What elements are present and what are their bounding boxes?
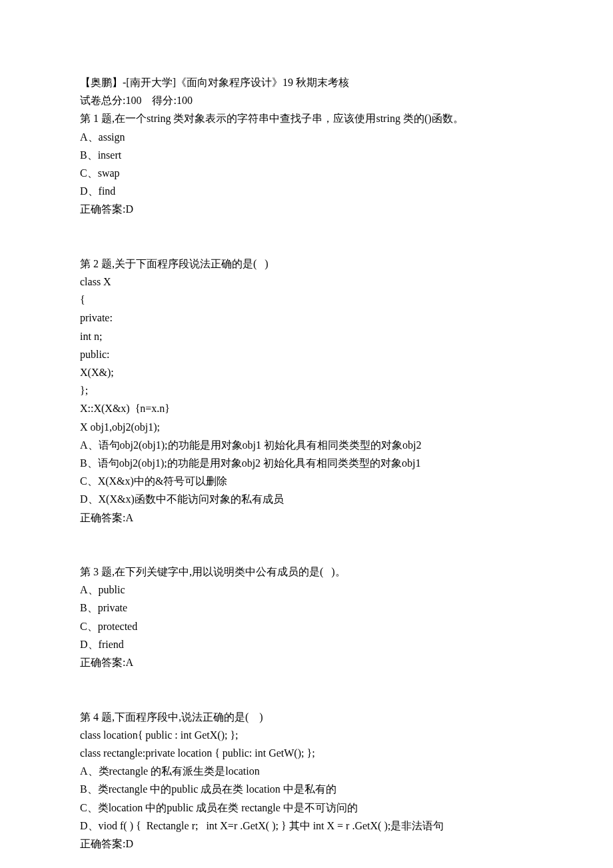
question-option: B、语句obj2(obj1);的功能是用对象obj2 初始化具有相同类类型的对象… [80,454,533,472]
question-option: A、public [80,581,533,599]
code-line: public: [80,345,533,363]
code-line: class location{ public : int GetX(); }; [80,726,533,744]
question-option: C、类location 中的public 成员在类 rectangle 中是不可… [80,799,533,817]
code-line: X::X(X&x) {n=x.n} [80,399,533,417]
question-prompt: 第 3 题,在下列关键字中,用以说明类中公有成员的是( )。 [80,563,533,581]
question-option: C、swap [80,164,533,182]
question-prompt: 第 4 题,下面程序段中,说法正确的是( ) [80,708,533,726]
question-prompt: 第 2 题,关于下面程序段说法正确的是( ) [80,255,533,273]
code-line: class X [80,273,533,291]
code-line: X obj1,obj2(obj1); [80,418,533,436]
question-option: D、friend [80,635,533,653]
code-line: X(X&); [80,363,533,381]
question-option: D、find [80,182,533,200]
question-option: A、语句obj2(obj1);的功能是用对象obj1 初始化具有相同类类型的对象… [80,436,533,454]
question-option: A、assign [80,128,533,146]
question-answer: 正确答案:A [80,653,533,671]
question-answer: 正确答案:D [80,835,533,853]
question-answer: 正确答案:A [80,509,533,527]
code-line: int n; [80,327,533,345]
question-option: D、viod f( ) { Rectangle r; int X=r .GetX… [80,817,533,835]
spacer [80,219,533,255]
score-line: 试卷总分:100 得分:100 [80,91,533,109]
question-prompt: 第 1 题,在一个string 类对象表示的字符串中查找子串，应该使用strin… [80,109,533,127]
spacer [80,671,533,707]
question-answer: 正确答案:D [80,200,533,218]
code-line: }; [80,381,533,399]
question-option: B、insert [80,146,533,164]
code-line: class rectangle:private location { publi… [80,744,533,762]
question-option: D、X(X&x)函数中不能访问对象的私有成员 [80,490,533,508]
question-option: C、X(X&x)中的&符号可以删除 [80,472,533,490]
question-option: C、protected [80,617,533,635]
question-option: A、类rectangle 的私有派生类是location [80,762,533,780]
question-option: B、private [80,599,533,617]
spacer [80,527,533,563]
code-line: { [80,291,533,309]
question-option: B、类rectangle 中的public 成员在类 location 中是私有… [80,780,533,798]
code-line: private: [80,309,533,327]
document-page: 【奥鹏】-[南开大学]《面向对象程序设计》19 秋期末考核 试卷总分:100 得… [0,0,613,868]
doc-title: 【奥鹏】-[南开大学]《面向对象程序设计》19 秋期末考核 [80,73,533,91]
